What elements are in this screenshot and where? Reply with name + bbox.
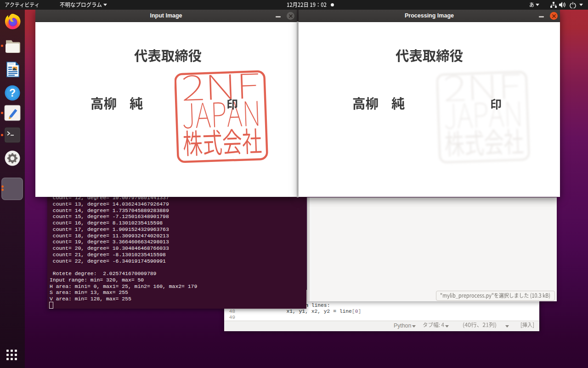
svg-text:?: ?: [9, 87, 16, 99]
